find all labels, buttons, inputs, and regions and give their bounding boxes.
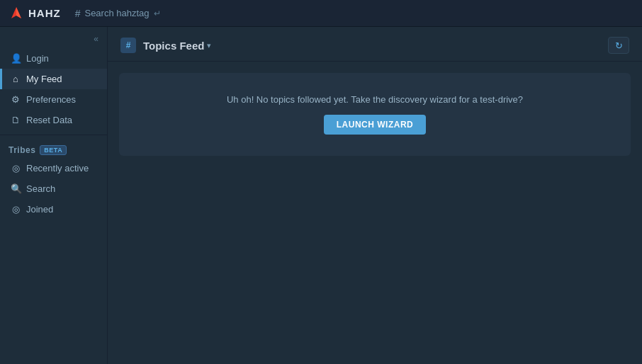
- sidebar-item-search[interactable]: 🔍 Search: [0, 178, 107, 199]
- sidebar-item-my-feed-label: My Feed: [26, 74, 62, 84]
- reset-data-icon: 🗋: [11, 115, 21, 125]
- sidebar-item-preferences-label: Preferences: [26, 94, 76, 105]
- logo-text: HAHZ: [28, 7, 61, 19]
- my-feed-icon: ⌂: [11, 74, 21, 84]
- feed-title: Topics Feed: [143, 40, 204, 52]
- feed-icon: #: [120, 38, 136, 53]
- sidebar-item-recently-active-label: Recently active: [26, 163, 89, 174]
- search-hash-icon: #: [75, 8, 81, 19]
- collapse-button[interactable]: «: [91, 33, 101, 45]
- sidebar-item-search-label: Search: [26, 183, 55, 194]
- sidebar: « 👤 Login ⌂ My Feed ⚙ Preferences 🗋 Rese…: [0, 27, 108, 364]
- sidebar-item-recently-active[interactable]: ◎ Recently active: [0, 158, 107, 178]
- beta-badge: BETA: [40, 145, 67, 155]
- empty-state: Uh oh! No topics followed yet. Take the …: [119, 73, 631, 156]
- sidebar-item-login[interactable]: 👤 Login: [0, 48, 107, 69]
- sidebar-item-reset-data[interactable]: 🗋 Reset Data: [0, 110, 107, 130]
- sidebar-item-joined-label: Joined: [26, 204, 53, 215]
- logo[interactable]: HAHZ: [9, 6, 61, 21]
- feed-header: # Topics Feed ▾ ↻: [108, 27, 642, 62]
- search-placeholder-text: Search hahztag: [84, 8, 149, 18]
- joined-icon: ◎: [11, 204, 21, 215]
- top-navigation: HAHZ # Search hahztag ↵: [0, 0, 642, 27]
- tribes-section-label: Tribes: [9, 145, 35, 155]
- recently-active-icon: ◎: [11, 163, 21, 174]
- feed-title-area: Topics Feed ▾: [143, 40, 601, 52]
- launch-wizard-button[interactable]: LAUNCH WIZARD: [324, 115, 426, 135]
- sidebar-item-login-label: Login: [26, 53, 49, 64]
- empty-state-text: Uh oh! No topics followed yet. Take the …: [227, 94, 523, 105]
- sidebar-divider: [0, 135, 107, 135]
- main-content: # Topics Feed ▾ ↻ Uh oh! No topics follo…: [108, 27, 642, 364]
- search-icon: 🔍: [11, 183, 21, 194]
- tribes-section-header: Tribes BETA: [0, 140, 107, 158]
- global-search-bar[interactable]: # Search hahztag ↵: [69, 5, 167, 22]
- feed-refresh-button[interactable]: ↻: [608, 37, 629, 54]
- feed-dropdown-icon[interactable]: ▾: [207, 41, 211, 50]
- sidebar-collapse-area: «: [0, 30, 107, 48]
- main-layout: « 👤 Login ⌂ My Feed ⚙ Preferences 🗋 Rese…: [0, 27, 642, 364]
- preferences-icon: ⚙: [11, 94, 21, 105]
- login-icon: 👤: [11, 53, 21, 64]
- svg-marker-1: [16, 7, 21, 18]
- sidebar-item-my-feed[interactable]: ⌂ My Feed: [0, 69, 107, 89]
- sidebar-item-joined[interactable]: ◎ Joined: [0, 199, 107, 220]
- feed-content: Uh oh! No topics followed yet. Take the …: [108, 62, 642, 167]
- sidebar-item-reset-data-label: Reset Data: [26, 115, 72, 125]
- sidebar-item-preferences[interactable]: ⚙ Preferences: [0, 89, 107, 110]
- search-enter-icon: ↵: [154, 8, 161, 18]
- logo-icon: [9, 6, 24, 21]
